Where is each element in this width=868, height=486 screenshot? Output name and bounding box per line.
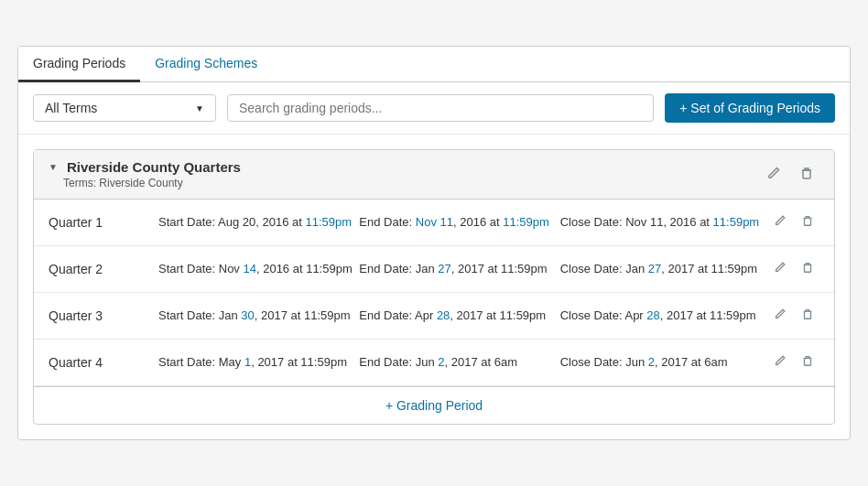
table-row: Quarter 4 Start Date: May 1, 2017 at 11:… xyxy=(34,340,834,386)
start-date: Start Date: May 1, 2017 at 11:59pm xyxy=(158,353,359,372)
end-date: End Date: Apr 28, 2017 at 11:59pm xyxy=(359,307,559,325)
delete-set-button[interactable] xyxy=(794,164,819,186)
quarter-dates: Start Date: Nov 14, 2016 at 11:59pm End … xyxy=(158,260,761,278)
close-date: Close Date: Jun 2, 2017 at 6am xyxy=(560,353,761,372)
edit-row-button[interactable] xyxy=(768,306,792,326)
add-period-row: + Grading Period xyxy=(34,386,834,424)
start-date: Start Date: Nov 14, 2016 at 11:59pm xyxy=(158,260,359,278)
close-date: Close Date: Apr 28, 2017 at 11:59pm xyxy=(560,307,761,325)
end-date: End Date: Jan 27, 2017 at 11:59pm xyxy=(359,260,559,278)
main-container: Grading Periods Grading Schemes All Term… xyxy=(17,46,851,440)
quarter-name: Quarter 1 xyxy=(49,215,158,230)
delete-row-button[interactable] xyxy=(796,212,819,232)
set-subtitle: Terms: Riverside County xyxy=(49,177,241,189)
search-input[interactable] xyxy=(227,94,654,122)
quarter-dates: Start Date: Aug 20, 2016 at 11:59pm End … xyxy=(158,213,761,232)
table-row: Quarter 3 Start Date: Jan 30, 2017 at 11… xyxy=(34,293,834,340)
edit-row-button[interactable] xyxy=(768,259,792,279)
svg-rect-2 xyxy=(805,265,811,272)
set-title: ▼ Riverside County Quarters xyxy=(49,159,241,175)
tab-grading-periods[interactable]: Grading Periods xyxy=(18,47,140,82)
delete-row-button[interactable] xyxy=(796,259,819,279)
set-header-left: ▼ Riverside County Quarters Terms: River… xyxy=(49,159,241,189)
close-date: Close Date: Nov 11, 2016 at 11:59pm xyxy=(560,213,761,232)
end-date: End Date: Jun 2, 2017 at 6am xyxy=(359,353,559,372)
row-actions xyxy=(768,259,819,279)
collapse-icon[interactable]: ▼ xyxy=(49,162,58,172)
close-date: Close Date: Jan 27, 2017 at 11:59pm xyxy=(560,260,761,278)
tab-bar: Grading Periods Grading Schemes xyxy=(18,47,850,82)
edit-set-button[interactable] xyxy=(761,164,787,186)
row-actions xyxy=(768,306,819,326)
edit-row-button[interactable] xyxy=(768,352,792,373)
svg-rect-1 xyxy=(805,218,811,225)
tab-grading-schemes[interactable]: Grading Schemes xyxy=(140,47,272,82)
table-row: Quarter 2 Start Date: Nov 14, 2016 at 11… xyxy=(34,246,834,293)
quarter-name: Quarter 2 xyxy=(49,262,158,276)
period-set: ▼ Riverside County Quarters Terms: River… xyxy=(33,149,835,425)
edit-row-button[interactable] xyxy=(768,212,792,232)
quarter-dates: Start Date: May 1, 2017 at 11:59pm End D… xyxy=(158,353,761,372)
quarter-name: Quarter 3 xyxy=(49,308,158,323)
quarter-name: Quarter 4 xyxy=(49,355,158,370)
delete-row-button[interactable] xyxy=(796,352,819,373)
set-header: ▼ Riverside County Quarters Terms: River… xyxy=(34,150,834,200)
toolbar: All Terms ▼ + Set of Grading Periods xyxy=(18,82,850,135)
svg-rect-0 xyxy=(803,170,810,178)
start-date: Start Date: Aug 20, 2016 at 11:59pm xyxy=(158,213,359,232)
chevron-down-icon: ▼ xyxy=(195,103,204,113)
svg-rect-4 xyxy=(805,358,811,365)
set-actions xyxy=(761,164,819,186)
add-set-button[interactable]: + Set of Grading Periods xyxy=(665,93,835,123)
terms-dropdown[interactable]: All Terms ▼ xyxy=(33,94,216,122)
quarter-dates: Start Date: Jan 30, 2017 at 11:59pm End … xyxy=(158,307,761,325)
row-actions xyxy=(768,352,819,373)
svg-rect-3 xyxy=(805,311,811,319)
row-actions xyxy=(768,212,819,232)
table-row: Quarter 1 Start Date: Aug 20, 2016 at 11… xyxy=(34,200,834,246)
delete-row-button[interactable] xyxy=(796,306,819,326)
start-date: Start Date: Jan 30, 2017 at 11:59pm xyxy=(158,307,359,325)
end-date: End Date: Nov 11, 2016 at 11:59pm xyxy=(359,213,559,232)
add-period-button[interactable]: + Grading Period xyxy=(385,398,483,413)
